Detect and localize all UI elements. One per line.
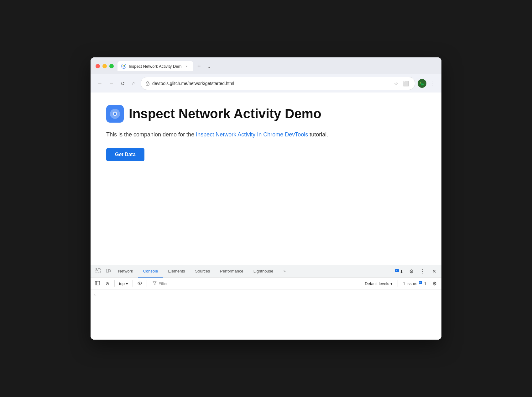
page-content: Inspect Network Activity Demo This is th… xyxy=(91,93,441,265)
inspector-toggle-button[interactable] xyxy=(93,265,103,278)
filter-icon xyxy=(153,281,157,286)
svg-rect-12 xyxy=(396,270,397,271)
issues-toolbar-button[interactable]: 1 Issue: 1 xyxy=(400,280,429,288)
sidebar-button[interactable] xyxy=(93,279,102,288)
page-logo xyxy=(106,105,124,123)
tab-performance[interactable]: Performance xyxy=(215,265,248,278)
tab-sources[interactable]: Sources xyxy=(190,265,215,278)
reload-button[interactable]: ↺ xyxy=(118,79,127,88)
issues-button[interactable]: 1 xyxy=(392,267,405,275)
issues-toolbar-label: 1 Issue: xyxy=(403,281,417,286)
close-window-button[interactable] xyxy=(96,64,100,68)
address-bar: ← → ↺ ⌂ devtools.glitch.me/network/getst… xyxy=(91,74,441,93)
tab-network[interactable]: Network xyxy=(113,265,138,278)
new-tab-button[interactable]: + xyxy=(195,62,203,71)
bookmark-button[interactable]: ☆ xyxy=(392,79,400,88)
inspector-icon xyxy=(96,268,101,274)
issues-icon xyxy=(395,269,399,274)
svg-rect-20 xyxy=(419,282,420,282)
description-before: This is the companion demo for the xyxy=(106,131,196,138)
console-settings-icon: ⚙ xyxy=(432,281,437,287)
svg-point-4 xyxy=(147,84,148,85)
sidebar-icon xyxy=(95,281,100,287)
browser-actions: 🦕 ⋮ xyxy=(418,79,436,88)
tab-lighthouse[interactable]: Lighthouse xyxy=(248,265,279,278)
page-header: Inspect Network Activity Demo xyxy=(106,105,426,123)
tab-console[interactable]: Console xyxy=(138,265,163,278)
context-arrow-icon: ▾ xyxy=(126,281,128,286)
tab-more[interactable]: » xyxy=(278,265,290,278)
browser-window: Inspect Network Activity Dem × + ⌄ ← → ↺… xyxy=(91,57,441,340)
browser-tab[interactable]: Inspect Network Activity Dem × xyxy=(117,61,193,71)
console-settings-button[interactable]: ⚙ xyxy=(430,279,439,288)
svg-point-2 xyxy=(123,66,124,67)
devtools-close-icon: ✕ xyxy=(432,268,436,274)
avatar-button[interactable]: 🦕 xyxy=(418,79,426,88)
window-controls xyxy=(96,64,114,68)
eye-icon xyxy=(137,281,142,287)
reload-icon: ↺ xyxy=(121,81,125,87)
title-bar: Inspect Network Activity Dem × + ⌄ xyxy=(91,57,441,74)
filter-area: Filter xyxy=(149,280,361,287)
svg-point-6 xyxy=(114,113,116,115)
svg-marker-18 xyxy=(153,281,156,285)
toolbar-right: Default levels ▾ 1 Issue: 1 xyxy=(362,279,439,288)
tab-expand-button[interactable]: ⌄ xyxy=(205,62,213,71)
more-button[interactable]: ⋮ xyxy=(428,79,436,88)
description-link[interactable]: Inspect Network Activity In Chrome DevTo… xyxy=(196,131,308,138)
back-button[interactable]: ← xyxy=(96,79,104,88)
forward-button[interactable]: → xyxy=(107,79,116,88)
devtools-settings-button[interactable]: ⚙ xyxy=(406,265,416,278)
star-icon: ☆ xyxy=(394,81,398,87)
devtools-console: › xyxy=(91,289,441,340)
context-selector[interactable]: top ▾ xyxy=(117,281,130,287)
home-button[interactable]: ⌂ xyxy=(129,79,138,88)
default-levels-label: Default levels xyxy=(365,281,389,286)
tab-favicon xyxy=(121,64,126,69)
svg-rect-13 xyxy=(396,271,398,271)
description-after: tutorial. xyxy=(308,131,328,138)
maximize-window-button[interactable] xyxy=(109,64,114,68)
tab-bar: Inspect Network Activity Dem × + ⌄ xyxy=(117,61,213,71)
tab-elements[interactable]: Elements xyxy=(163,265,190,278)
avatar-icon: 🦕 xyxy=(420,81,425,86)
devtools-more-button[interactable]: ⋮ xyxy=(418,265,428,278)
back-icon: ← xyxy=(97,81,102,86)
clear-icon: ⊘ xyxy=(106,281,109,286)
extensions-button[interactable]: ⬜ xyxy=(402,79,410,88)
title-bar-top: Inspect Network Activity Dem × + ⌄ xyxy=(96,61,436,74)
settings-icon: ⚙ xyxy=(409,268,414,274)
toolbar-divider-4 xyxy=(398,280,398,287)
devtools-toolbar: ⊘ top ▾ xyxy=(91,278,441,289)
svg-rect-10 xyxy=(109,270,110,272)
svg-point-17 xyxy=(139,283,140,284)
device-mode-button[interactable] xyxy=(103,265,113,278)
devtools-tab-bar: Network Console Elements Sources Perform… xyxy=(91,265,441,278)
get-data-button[interactable]: Get Data xyxy=(106,148,144,161)
eye-button[interactable] xyxy=(135,279,144,288)
devtools-more-icon: ⋮ xyxy=(420,268,425,274)
minimize-window-button[interactable] xyxy=(102,64,107,68)
tab-close-button[interactable]: × xyxy=(184,64,189,69)
page-description: This is the companion demo for the Inspe… xyxy=(106,130,426,139)
url-text: devtools.glitch.me/network/getstarted.ht… xyxy=(152,81,389,86)
context-label: top xyxy=(119,281,125,286)
svg-rect-14 xyxy=(95,281,100,285)
toolbar-divider-2 xyxy=(133,280,133,287)
tab-title: Inspect Network Activity Dem xyxy=(129,64,181,69)
clear-console-button[interactable]: ⊘ xyxy=(103,279,112,288)
console-expand-arrow[interactable]: › xyxy=(93,292,97,298)
url-actions: ☆ ⬜ xyxy=(392,79,410,88)
forward-icon: → xyxy=(109,81,114,86)
svg-rect-8 xyxy=(96,269,98,270)
filter-placeholder: Filter xyxy=(159,281,358,286)
svg-rect-21 xyxy=(419,283,421,283)
toolbar-divider-3 xyxy=(147,280,147,287)
issues-count: 1 xyxy=(400,269,403,274)
default-levels-button[interactable]: Default levels ▾ xyxy=(362,280,395,287)
devtools-close-button[interactable]: ✕ xyxy=(429,265,439,278)
devtools-panel: Network Console Elements Sources Perform… xyxy=(91,265,441,340)
page-title: Inspect Network Activity Demo xyxy=(129,106,321,121)
url-bar[interactable]: devtools.glitch.me/network/getstarted.ht… xyxy=(141,77,415,90)
svg-rect-9 xyxy=(106,269,109,272)
